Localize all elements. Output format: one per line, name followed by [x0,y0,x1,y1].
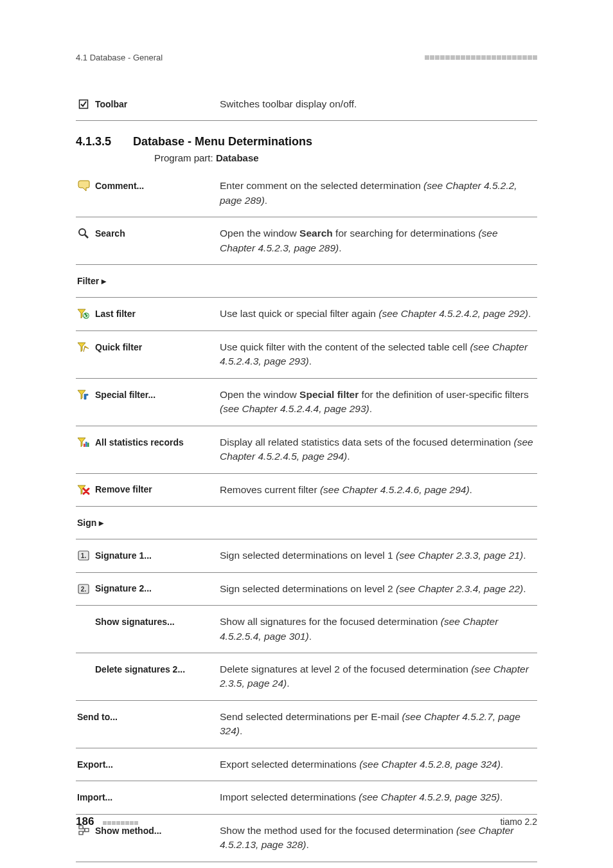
signature-2-icon: 2. [77,583,90,595]
footer-dash-bar-icon [103,821,138,825]
label-text: Show signatures... [95,617,175,628]
signature-1-icon: 1. [77,549,90,562]
checkbox-icon [77,98,90,111]
last-filter-icon [77,307,90,320]
table-row: Export... Export selected determinations… [76,748,537,781]
svg-rect-4 [84,444,85,447]
table-row: 1. Signature 1... Sign selected determin… [76,539,537,572]
page-footer: 186 tiamo 2.2 [76,815,537,828]
desc-cell: Enter comment on the selected determinat… [220,170,537,217]
special-filter-icon [77,388,90,401]
svg-rect-12 [79,831,83,835]
label-text: Delete signatures 2... [95,664,185,675]
table-row: Comment... Enter comment on the selected… [76,170,537,217]
desc-cell: Import selected determinations (see Chap… [220,781,537,814]
label-text: Search [95,227,125,240]
desc-cell: Open the window Search for searching for… [220,217,537,265]
section-number: 4.1.3.5 [76,135,111,149]
table-row: Search Open the window Search for search… [76,217,537,265]
running-header: 4.1 Database - General [76,53,537,62]
table-row: Import... Import selected determinations… [76,781,537,814]
svg-text:2.: 2. [81,586,87,593]
search-icon [77,227,90,240]
table-row: Delete signatures 2... Delete signatures… [76,653,537,700]
desc-cell: Use last quick or special filter again (… [220,298,537,330]
desc-cell: Sign selected determinations on level 1 … [220,539,537,572]
desc-cell: Show all signatures for the focused dete… [220,606,537,653]
label-text: Quick filter [95,341,142,354]
desc-cell: Open the window Special filter for the d… [220,378,537,426]
desc-cell: Sign selected determinations on level 2 … [220,572,537,605]
definitions-table: Comment... Enter comment on the selected… [76,170,537,862]
label-cell: Toolbar [76,88,220,121]
desc-cell: Send selected determinations per E-mail … [220,700,537,748]
table-row: Show signatures... Show all signatures f… [76,606,537,653]
header-left: 4.1 Database - General [76,53,163,62]
desc-cell: Export selected determinations (see Chap… [220,748,537,781]
table-row: Special filter... Open the window Specia… [76,378,537,426]
table-row: Send to... Send selected determinations … [76,700,537,748]
quick-filter-icon [77,341,90,354]
label-text: All statistics records [95,437,184,448]
table-row: 2. Signature 2... Sign selected determin… [76,572,537,605]
table-row: Sign ▸ [76,507,537,539]
footer-right: tiamo 2.2 [500,817,537,827]
page-number: 186 [76,815,94,827]
page: 4.1 Database - General Toolbar Sw [0,0,613,868]
label-text: Export... [77,758,113,771]
desc-cell: Switches toolbar display on/off. [220,88,537,121]
svg-point-1 [79,229,85,235]
desc-cell [220,265,537,298]
label-text: Toolbar [95,98,127,111]
label-text: Signature 1... [95,549,152,562]
section-subtitle: Program part: Database [154,152,537,163]
table-row: Last filter Use last quick or special fi… [76,298,537,330]
label-text: Send to... [77,710,118,723]
desc-cell [220,507,537,539]
blank-icon [77,615,90,628]
blank-icon [77,663,90,676]
section-title: Database - Menu Determinations [133,135,312,149]
label-text: Import... [77,791,112,804]
table-row: All statistics records Display all relat… [76,426,537,473]
svg-rect-13 [85,828,89,831]
table-row: Toolbar Switches toolbar display on/off. [76,88,537,121]
label-text: Special filter... [95,388,155,401]
svg-line-2 [85,235,88,238]
label-text: Last filter [95,307,136,320]
header-dash-bar-icon [425,55,537,60]
svg-rect-6 [87,442,89,447]
pre-table: Toolbar Switches toolbar display on/off. [76,88,537,121]
label-text: Signature 2... [95,582,152,595]
comment-icon [77,179,90,192]
label-text: Remove filter [95,483,152,496]
desc-cell: Use quick filter with the content of the… [220,330,537,378]
label-text: Filter ▸ [77,275,106,287]
table-row: Remove filter Removes current filter (se… [76,473,537,506]
desc-cell: Display all related statistics data sets… [220,426,537,473]
footer-left: 186 [76,815,138,828]
remove-filter-icon [77,484,90,496]
svg-text:1.: 1. [81,552,87,559]
stats-icon [77,436,90,449]
label-text: Sign ▸ [77,516,103,529]
desc-cell: Removes current filter (see Chapter 4.5.… [220,473,537,506]
table-row: Quick filter Use quick filter with the c… [76,330,537,378]
label-text: Comment... [95,179,144,192]
desc-cell: Delete signatures at level 2 of the focu… [220,653,537,700]
table-row: Filter ▸ [76,265,537,298]
svg-rect-5 [85,442,87,447]
section-heading: 4.1.3.5 Database - Menu Determinations [76,135,537,149]
